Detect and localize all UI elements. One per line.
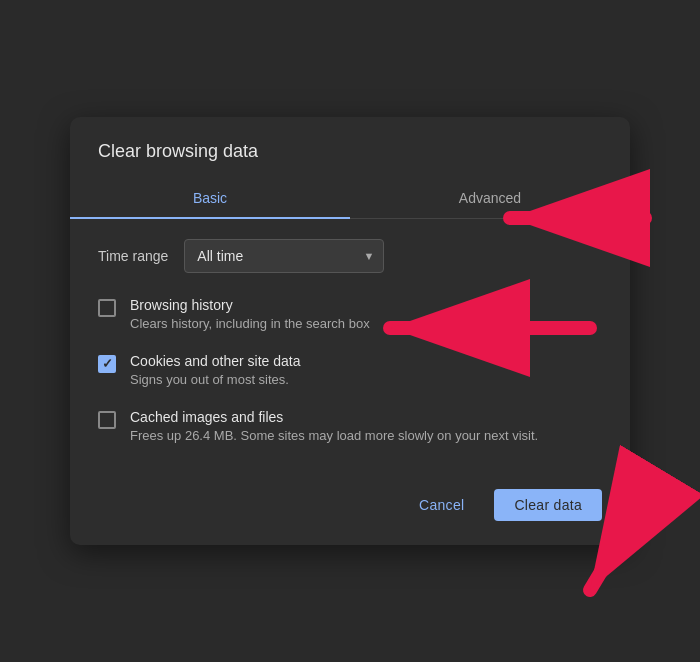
cookies-text: Cookies and other site data Signs you ou… <box>130 353 602 389</box>
cookies-item: Cookies and other site data Signs you ou… <box>98 353 602 389</box>
browsing-history-text: Browsing history Clears history, includi… <box>130 297 602 333</box>
clear-data-button[interactable]: Clear data <box>494 489 602 521</box>
time-range-row: Time range Last hour Last 24 hours Last … <box>98 239 602 273</box>
cached-images-checkbox[interactable] <box>98 411 116 429</box>
time-range-label: Time range <box>98 248 168 264</box>
browsing-history-checkbox[interactable] <box>98 299 116 317</box>
cookies-label: Cookies and other site data <box>130 353 602 369</box>
cookies-checkbox[interactable] <box>98 355 116 373</box>
cookies-desc: Signs you out of most sites. <box>130 371 602 389</box>
tabs-container: Basic Advanced <box>70 178 630 219</box>
clear-browsing-data-dialog: Clear browsing data Basic Advanced Time … <box>70 117 630 546</box>
cached-images-text: Cached images and files Frees up 26.4 MB… <box>130 409 602 445</box>
dialog-body: Time range Last hour Last 24 hours Last … <box>70 219 630 446</box>
cached-images-label: Cached images and files <box>130 409 602 425</box>
tab-advanced[interactable]: Advanced <box>350 178 630 218</box>
time-range-select[interactable]: Last hour Last 24 hours Last 7 days Last… <box>184 239 384 273</box>
dialog-footer: Cancel Clear data <box>70 465 630 545</box>
cached-images-item: Cached images and files Frees up 26.4 MB… <box>98 409 602 445</box>
time-range-select-wrapper: Last hour Last 24 hours Last 7 days Last… <box>184 239 384 273</box>
browsing-history-item: Browsing history Clears history, includi… <box>98 297 602 333</box>
tab-basic[interactable]: Basic <box>70 178 350 218</box>
browsing-history-label: Browsing history <box>130 297 602 313</box>
browsing-history-desc: Clears history, including in the search … <box>130 315 602 333</box>
cancel-button[interactable]: Cancel <box>399 489 484 521</box>
dialog-title: Clear browsing data <box>70 117 630 178</box>
cached-images-desc: Frees up 26.4 MB. Some sites may load mo… <box>130 427 602 445</box>
